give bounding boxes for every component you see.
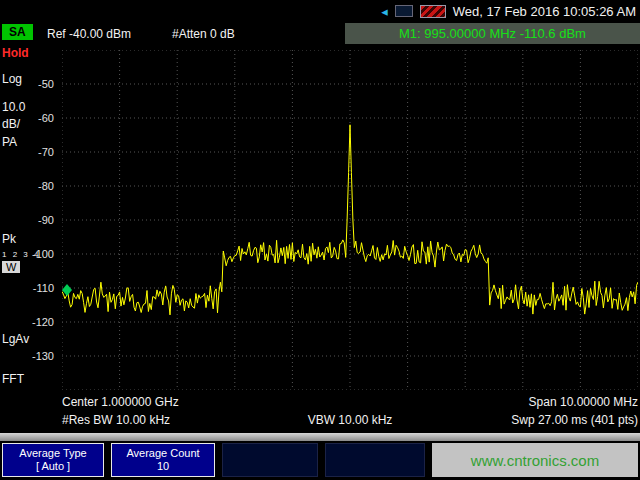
sweep-label: Swp 27.00 ms (401 pts) — [511, 413, 638, 427]
battery-icon — [420, 5, 446, 18]
softkey-empty-2[interactable] — [325, 443, 425, 477]
softkey-empty-1[interactable] — [222, 443, 318, 477]
softkey-average-type[interactable]: Average Type [ Auto ] — [2, 443, 104, 477]
softkey-label: Average Type — [19, 447, 86, 460]
trace-canvas — [62, 50, 638, 390]
softkey-row: Average Type [ Auto ] Average Count 10 w… — [0, 443, 640, 477]
footer-annotations: Center 1.000000 GHz Span 10.00000 MHz #R… — [62, 393, 638, 431]
top-status-bar: ◂ Wed, 17 Feb 2016 10:05:26 AM — [0, 0, 640, 22]
display-icon — [395, 5, 413, 17]
vbw-label: VBW 10.00 kHz — [308, 413, 393, 427]
y-tick-label: -110 — [33, 282, 54, 294]
softkey-average-count[interactable]: Average Count 10 — [111, 443, 215, 477]
y-tick-label: -130 — [32, 350, 54, 362]
softkey-value: 10 — [157, 460, 169, 473]
rbw-label: #Res BW 10.00 kHz — [62, 413, 170, 427]
y-tick-label: -60 — [38, 112, 54, 124]
softkey-label: Average Count — [126, 447, 199, 460]
ref-level-label: Ref -40.00 dBm — [47, 27, 131, 41]
separator-bar — [0, 433, 640, 441]
datetime-label: Wed, 17 Feb 2016 10:05:26 AM — [453, 4, 636, 19]
watermark-label: www.cntronics.com — [432, 443, 638, 477]
y-tick-label: -90 — [38, 214, 54, 226]
y-tick-label: -120 — [32, 316, 54, 328]
y-tick-label: -80 — [38, 180, 54, 192]
softkey-value: [ Auto ] — [36, 460, 70, 473]
atten-label: #Atten 0 dB — [172, 27, 235, 41]
y-tick-label: -70 — [38, 146, 54, 158]
span-label: Span 10.00000 MHz — [529, 395, 638, 409]
center-freq-label: Center 1.000000 GHz — [62, 395, 179, 409]
y-tick-label: -50 — [38, 78, 54, 90]
y-tick-label: -100 — [32, 248, 54, 260]
sidebar-item-mode: SA — [2, 24, 33, 40]
spectrum-analyzer-screen: ◂ Wed, 17 Feb 2016 10:05:26 AM Ref -40.0… — [0, 0, 640, 480]
spectrum-plot — [62, 50, 638, 390]
marker-readout: M1: 995.00000 MHz -110.6 dBm — [345, 23, 640, 44]
trigger-icon: ◂ — [381, 5, 388, 18]
y-axis-labels: -50-60-70-80-90-100-110-120-130 — [0, 50, 58, 390]
